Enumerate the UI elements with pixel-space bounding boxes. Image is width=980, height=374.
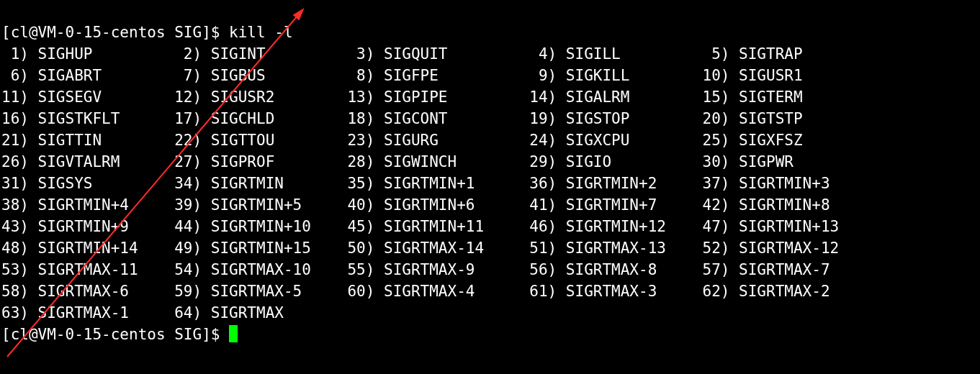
- prompt-2: [cl@VM-0-15-centos SIG]$: [1, 326, 229, 343]
- command-text: kill -l: [229, 24, 293, 41]
- cursor-block: [229, 325, 238, 342]
- signal-list: 1) SIGHUP 2) SIGINT 3) SIGQUIT 4) SIGILL…: [1, 43, 979, 324]
- terminal[interactable]: [cl@VM-0-15-centos SIG]$ kill -l 1) SIGH…: [0, 0, 980, 374]
- prompt-1: [cl@VM-0-15-centos SIG]$: [1, 24, 229, 41]
- prompt-line-1: [cl@VM-0-15-centos SIG]$ kill -l: [1, 24, 293, 41]
- prompt-line-2: [cl@VM-0-15-centos SIG]$: [1, 326, 238, 343]
